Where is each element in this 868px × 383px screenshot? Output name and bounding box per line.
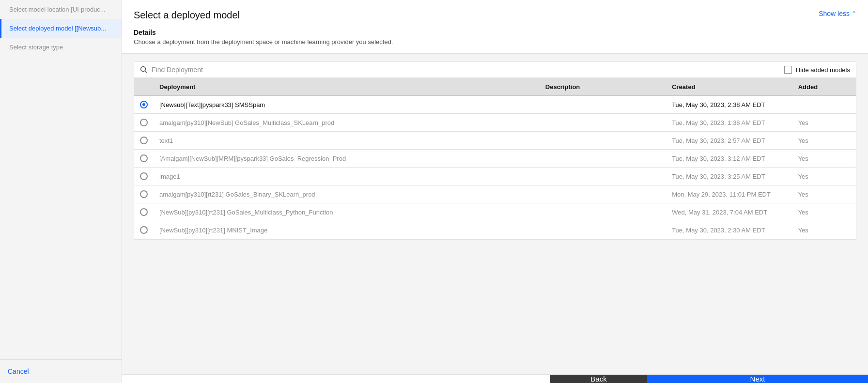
hide-added-label: Hide added models: [796, 66, 850, 74]
radio-cell[interactable]: [134, 96, 154, 114]
deployment-name: amalgam[py310][rt231] GoSales_Binary_SKL…: [154, 185, 540, 203]
content-area: Hide added models Deployment Description: [122, 54, 868, 374]
deployment-added: Yes: [792, 185, 856, 203]
deployment-description: [540, 185, 666, 203]
sidebar-item-label: Select deployed model [[Newsub...: [9, 25, 106, 32]
col-header-deployment: Deployment: [154, 78, 540, 96]
deployment-description: [540, 203, 666, 221]
details-section: Details Choose a deployment from the dep…: [134, 29, 856, 46]
table-body: [Newsub][Text][pyspark33] SMSSpamTue, Ma…: [134, 96, 856, 239]
deployment-description: [540, 221, 666, 239]
table-row[interactable]: [Amalgam][NewSub][MRM][pyspark33] GoSale…: [134, 150, 856, 168]
show-less-label: Show less: [819, 10, 850, 17]
main-content: Select a deployed model Show less ⌃ Deta…: [122, 0, 868, 383]
col-radio: [134, 78, 154, 96]
deployment-added: Yes: [792, 150, 856, 168]
radio-button[interactable]: [140, 101, 148, 108]
deployment-name: image1: [154, 168, 540, 185]
details-description: Choose a deployment from the deployment …: [134, 38, 856, 46]
chevron-up-icon: ⌃: [852, 10, 856, 17]
deployments-table: Deployment Description Created Added: [134, 78, 856, 239]
footer-button-bar: Back Next: [122, 374, 868, 383]
table-row[interactable]: [Newsub][Text][pyspark33] SMSSpamTue, Ma…: [134, 96, 856, 114]
sidebar-item-storage-type[interactable]: Select storage type: [0, 38, 122, 57]
radio-button[interactable]: [140, 190, 148, 198]
table-row[interactable]: amalgam[py310][NewSub] GoSales_Multiclas…: [134, 114, 856, 132]
radio-cell[interactable]: [134, 150, 154, 168]
radio-button[interactable]: [140, 154, 148, 162]
radio-cell[interactable]: [134, 221, 154, 239]
deployment-name: [NewSub][py310][rt231] GoSales_Multiclas…: [154, 203, 540, 221]
radio-button[interactable]: [140, 208, 148, 216]
hide-added-checkbox[interactable]: [784, 66, 792, 74]
main-header: Select a deployed model Show less ⌃ Deta…: [122, 0, 868, 54]
col-header-created: Created: [666, 78, 792, 96]
table-row[interactable]: text1Tue, May 30, 2023, 2:57 AM EDTYes: [134, 132, 856, 150]
deployment-created: Tue, May 30, 2023, 2:30 AM EDT: [666, 221, 792, 239]
table-row[interactable]: [NewSub][py310][rt231] MNIST_ImageTue, M…: [134, 221, 856, 239]
radio-button[interactable]: [140, 137, 148, 144]
deployment-created: Tue, May 30, 2023, 2:38 AM EDT: [666, 96, 792, 114]
deployment-created: Mon, May 29, 2023, 11:01 PM EDT: [666, 185, 792, 203]
deployment-added: Yes: [792, 132, 856, 150]
sidebar-item-label: Select model location [UI-produc...: [9, 6, 106, 13]
search-filter-bar: Hide added models: [134, 61, 856, 78]
deployment-description: [540, 150, 666, 168]
search-icon: [140, 66, 148, 74]
sidebar-item-deployed-model[interactable]: Select deployed model [[Newsub...: [0, 19, 122, 38]
col-header-added: Added: [792, 78, 856, 96]
hide-added-wrapper: Hide added models: [784, 66, 850, 74]
radio-cell[interactable]: [134, 132, 154, 150]
deployment-name: amalgam[py310][NewSub] GoSales_Multiclas…: [154, 114, 540, 132]
col-header-description: Description: [540, 78, 666, 96]
search-input[interactable]: [152, 66, 297, 74]
table-row[interactable]: [NewSub][py310][rt231] GoSales_Multiclas…: [134, 203, 856, 221]
radio-cell[interactable]: [134, 203, 154, 221]
deployment-created: Tue, May 30, 2023, 3:25 AM EDT: [666, 168, 792, 185]
radio-button[interactable]: [140, 119, 148, 126]
radio-button[interactable]: [140, 172, 148, 180]
radio-button[interactable]: [140, 226, 148, 234]
deployment-added: [792, 96, 856, 114]
deployment-added: Yes: [792, 168, 856, 185]
sidebar-item-model-location[interactable]: Select model location [UI-produc...: [0, 0, 122, 19]
sidebar-footer: Cancel: [0, 359, 122, 383]
deployment-created: Tue, May 30, 2023, 2:57 AM EDT: [666, 132, 792, 150]
table-row[interactable]: image1Tue, May 30, 2023, 3:25 AM EDTYes: [134, 168, 856, 185]
deployment-created: Tue, May 30, 2023, 3:12 AM EDT: [666, 150, 792, 168]
deployment-description: [540, 114, 666, 132]
header-top: Select a deployed model Show less ⌃: [134, 10, 856, 21]
deployment-description: [540, 132, 666, 150]
deployments-table-container: Deployment Description Created Added: [134, 78, 856, 240]
radio-cell[interactable]: [134, 114, 154, 132]
sidebar: Select model location [UI-produc... Sele…: [0, 0, 122, 383]
deployment-name: [Newsub][Text][pyspark33] SMSSpam: [154, 96, 540, 114]
deployment-added: Yes: [792, 114, 856, 132]
next-button[interactable]: Next: [647, 375, 868, 383]
sidebar-item-label: Select storage type: [9, 44, 63, 51]
details-title: Details: [134, 29, 856, 36]
show-less-button[interactable]: Show less ⌃: [819, 10, 856, 17]
table-header: Deployment Description Created Added: [134, 78, 856, 96]
deployment-description: [540, 96, 666, 114]
svg-line-1: [145, 71, 147, 73]
deployment-name: [NewSub][py310][rt231] MNIST_Image: [154, 221, 540, 239]
page-title: Select a deployed model: [134, 10, 240, 21]
back-button[interactable]: Back: [550, 375, 647, 383]
deployment-description: [540, 168, 666, 185]
deployment-added: Yes: [792, 221, 856, 239]
radio-cell[interactable]: [134, 185, 154, 203]
table-row[interactable]: amalgam[py310][rt231] GoSales_Binary_SKL…: [134, 185, 856, 203]
cancel-button[interactable]: Cancel: [8, 368, 29, 375]
search-wrapper: [140, 66, 784, 74]
deployment-created: Tue, May 30, 2023, 1:38 AM EDT: [666, 114, 792, 132]
deployment-created: Wed, May 31, 2023, 7:04 AM EDT: [666, 203, 792, 221]
deployment-added: Yes: [792, 203, 856, 221]
deployment-name: text1: [154, 132, 540, 150]
radio-cell[interactable]: [134, 168, 154, 185]
deployment-name: [Amalgam][NewSub][MRM][pyspark33] GoSale…: [154, 150, 540, 168]
